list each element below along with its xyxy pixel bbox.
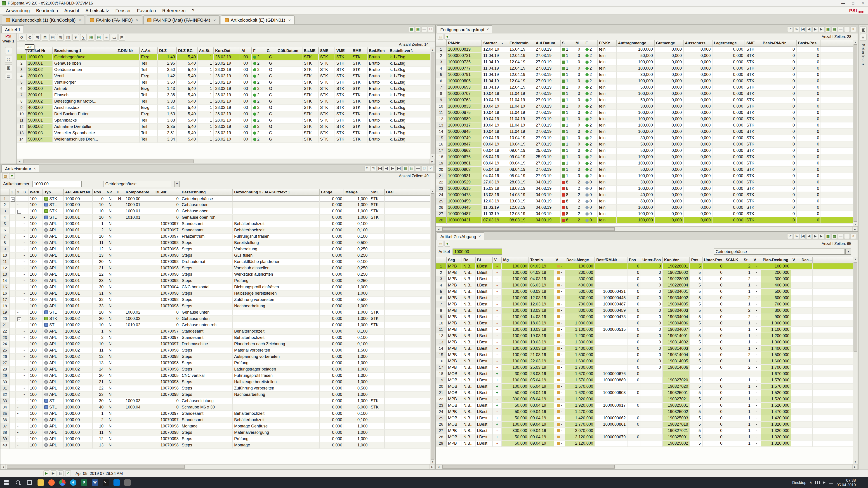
first-page-icon[interactable]: |◀ xyxy=(800,233,806,239)
horizontal-scrollbar[interactable]: ◀ ▶ xyxy=(0,464,435,469)
column-header-Bestellr.verf.[interactable]: Bestellr.verf. xyxy=(388,47,417,54)
table-row[interactable]: 1100000081912.04.1915.04.1927.03.19102fe… xyxy=(436,46,852,53)
first-page-icon[interactable]: |◀ xyxy=(377,165,383,171)
table-row[interactable]: 13MPBN.B..f.Best-100,00019.03.19-1.300,0… xyxy=(436,339,852,346)
table-row[interactable]: 12-100APL1000.0121N10070098StepsVorschub… xyxy=(0,265,430,271)
keyboard-icon[interactable] xyxy=(829,481,833,484)
vscode-icon[interactable] xyxy=(111,477,122,488)
column-header-Startter...[interactable]: Startter...▼ xyxy=(482,40,508,46)
column-header-Bezeichnung 2 / AG-Kurztext 1[interactable]: Bezeichnung 2 / AG-Kurztext 1 xyxy=(233,189,320,196)
table-row[interactable]: 42000.00VentilErzg1,425,40128.02.19002GS… xyxy=(17,73,430,79)
column-header-Werk[interactable]: Werk xyxy=(29,189,43,196)
column-header-SCM-K[interactable]: SCM-K xyxy=(724,257,742,263)
scroll-up-icon[interactable]: ▲ xyxy=(430,47,435,52)
column-header-G[interactable]: G xyxy=(266,47,276,54)
table-row[interactable]: 24100000047313.03.1914.03.1904.03.19820f… xyxy=(436,192,852,198)
filter-icon[interactable]: ▼ xyxy=(72,34,79,41)
table-row[interactable]: 29MPBN.B..f.Best-50,00009.04.19-2.120,00… xyxy=(436,441,852,447)
last-page-icon[interactable]: ▶| xyxy=(819,233,825,239)
column-header-S[interactable]: S xyxy=(561,40,574,46)
refresh-icon[interactable]: ⟳ xyxy=(364,165,370,171)
column-header-BE-Nr[interactable]: BE-Nr xyxy=(154,189,180,196)
ie-icon[interactable]: e xyxy=(68,477,79,488)
view-icon[interactable]: ▤ xyxy=(438,34,443,39)
column-header-Basis-Pos[interactable]: Basis-Pos xyxy=(797,40,821,46)
scroll-thumb[interactable] xyxy=(23,160,194,163)
table-row[interactable]: 32-100APL1000.0223N10070098StepsNachbear… xyxy=(0,392,430,398)
close-panel-icon[interactable]: × xyxy=(428,165,434,171)
table-row[interactable]: 94000.00AnschlussboxErzg1,615,40128.02.1… xyxy=(17,105,430,111)
column-header-Deck.Menge[interactable]: Deck.Menge xyxy=(565,257,595,263)
lookup-button[interactable]: ▾ xyxy=(174,181,180,187)
table-row[interactable]: 21-100STL1000.0210N1010.020Gehäuse unten… xyxy=(0,322,430,328)
column-header-Bezeichnung 1[interactable]: Bezeichnung 1 xyxy=(53,47,116,54)
column-header-Z.DIN-Nr[interactable]: Z.DIN-Nr xyxy=(116,47,140,54)
tab-close-icon[interactable]: × xyxy=(288,18,291,22)
vertical-scrollbar[interactable]: ▲ ▼ xyxy=(852,257,858,464)
table-row[interactable]: 3−100STK1000.0110N1000.010Gehäuse oben0,… xyxy=(0,208,430,215)
table-row[interactable]: 24MPBN.B..f.Best-50,00009.04.19-1.470,00… xyxy=(436,409,852,415)
table-row[interactable]: 26100000044511.03.1912.03.1904.03.19820f… xyxy=(436,205,852,211)
table-row[interactable]: 25-100APL1000.0211N10070098StepsMaterial… xyxy=(0,348,430,354)
expander-icon[interactable]: − xyxy=(11,197,15,201)
grid-view-icon[interactable]: ▦ xyxy=(825,233,831,239)
table-row[interactable]: 5-100APL1000.011N10070097StandesamtBehäl… xyxy=(0,221,430,227)
column-header-H[interactable]: H xyxy=(115,189,124,196)
table-row[interactable]: 39-100APL1000.0012N10070098StepsPrüfung0… xyxy=(0,436,430,442)
scroll-right-icon[interactable]: ▶ xyxy=(430,159,435,164)
bezeichnung-field[interactable]: Getriebegehäuse xyxy=(103,181,171,187)
table-row[interactable]: 135000.03Versteller SpannbackeTeil2,815,… xyxy=(17,130,430,136)
grid-view-icon[interactable]: ▦ xyxy=(402,165,408,171)
list-icon[interactable]: ≣ xyxy=(5,73,12,80)
table-row[interactable]: 21MOBN.B..f.Best+50,00008.04.19-1.620,00… xyxy=(436,390,852,396)
column-header-FP-Kz[interactable]: FP-Kz xyxy=(598,40,617,46)
table-row[interactable]: 28-100APL1000.0214N10070098StepsLadungst… xyxy=(0,366,430,373)
grid-green-icon[interactable]: ▦ xyxy=(88,34,94,41)
artikelnummer-input[interactable]: 1000.00 xyxy=(32,181,82,187)
minimize-button[interactable]: — xyxy=(838,0,848,6)
column-header-Typ[interactable]: Typ xyxy=(43,189,64,196)
table-row[interactable]: 37-100APL1000.0010N10070098MontageMontag… xyxy=(0,423,430,430)
form-view-icon[interactable]: ▤ xyxy=(831,26,837,32)
delete-icon[interactable]: ⊠ xyxy=(41,34,49,41)
table-row[interactable]: 23-100APL1000.022N10070097StandesamtBehä… xyxy=(0,335,430,341)
table-row[interactable]: 14-100APL1000.0123N10070098StepsPrüfung0… xyxy=(0,278,430,284)
grid-view-icon[interactable]: ▦ xyxy=(825,26,831,32)
first-page-icon[interactable]: |◀ xyxy=(800,26,806,32)
close-tab-icon[interactable]: × xyxy=(487,27,489,32)
column-header-Seg[interactable]: Seg xyxy=(447,257,462,263)
table-row[interactable]: 17-100APL1000.0132N10070098StepsZuführun… xyxy=(0,297,430,303)
run-icon[interactable]: ▶ xyxy=(43,470,49,476)
terminal-icon[interactable]: >_ xyxy=(100,477,111,488)
scroll-thumb[interactable] xyxy=(431,52,434,154)
undo-icon[interactable]: ⟲ xyxy=(26,34,33,41)
prev-page-icon[interactable]: ◀ xyxy=(383,165,389,171)
explorer-icon[interactable] xyxy=(35,477,46,488)
table-row[interactable]: 10100000083310.04.1911.04.1927.03.19102f… xyxy=(436,103,852,110)
table-row[interactable]: 25MOBN.B..f.Best+50,00009.04.19-1.420,00… xyxy=(436,415,852,422)
table-row[interactable]: 11100000087510.04.1911.04.1927.03.19102f… xyxy=(436,110,852,116)
column-header-Unter-Pos[interactable]: Unter-Pos xyxy=(703,257,724,263)
window-icon[interactable]: ▣ xyxy=(5,64,12,71)
column-header-DLZ-BG[interactable]: DLZ-BG xyxy=(177,47,197,54)
expander-icon[interactable]: − xyxy=(17,210,21,214)
maximize-icon[interactable]: □ xyxy=(844,26,850,32)
scroll-down-icon[interactable]: ▼ xyxy=(430,459,435,464)
table-row[interactable]: 3MPBN.B..f.Best-100,00004.03.19-300,0000… xyxy=(436,276,852,283)
menu-item[interactable]: Favoriten xyxy=(134,7,159,13)
column-header-A.Art[interactable]: A.Art xyxy=(140,47,158,54)
minimize-icon[interactable]: — xyxy=(838,233,844,239)
column-header-Termin[interactable]: Termin xyxy=(529,257,554,263)
table-row[interactable]: 33-100STL1000.0030N1000.030Gehäusedichtu… xyxy=(0,398,430,404)
column-header-SME[interactable]: SME xyxy=(745,40,761,46)
close-button[interactable]: × xyxy=(858,0,868,6)
column-header-Kun.Vor[interactable]: Kun.Vor xyxy=(663,257,690,263)
panel-tab-artikel[interactable]: Artikel 1 xyxy=(1,25,24,33)
table-row[interactable]: 27-100APL1000.0213N10070098StepsPrüfung0… xyxy=(0,360,430,366)
column-header-Best/RM-Nr[interactable]: Best/RM-Nr xyxy=(595,257,627,263)
panel-tab-artikelstruktur[interactable]: Artikelstruktur × xyxy=(1,164,39,172)
column-header-Gutmenge[interactable]: Gutmenge xyxy=(655,40,684,46)
scroll-thumb[interactable] xyxy=(442,465,615,468)
word-icon[interactable]: W xyxy=(90,477,100,488)
column-header-V[interactable]: V xyxy=(493,257,502,263)
